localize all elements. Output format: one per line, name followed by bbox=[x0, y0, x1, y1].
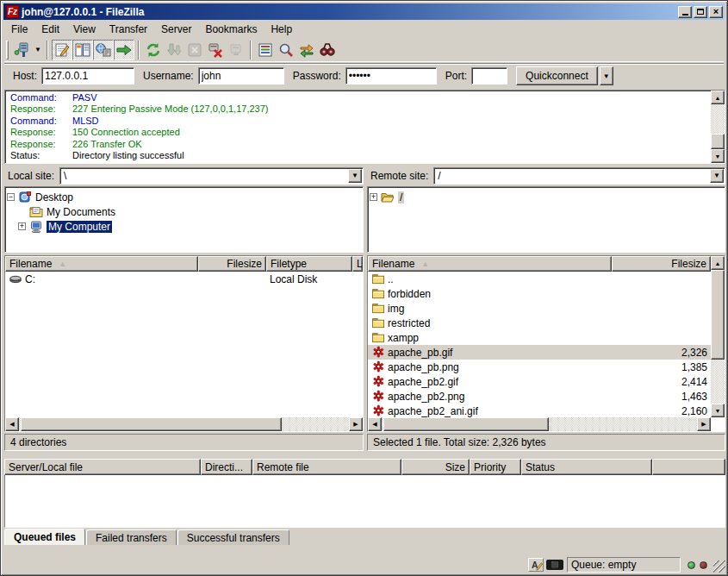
column-filename[interactable]: Filename▲ bbox=[368, 256, 612, 272]
toggle-queue-button[interactable] bbox=[114, 40, 134, 60]
log-entry: Command:PASV bbox=[10, 92, 711, 103]
tab-successful-transfers[interactable]: Successful transfers bbox=[177, 529, 289, 545]
scroll-right-button[interactable]: ▶ bbox=[697, 417, 711, 431]
remote-file-row[interactable]: xampp bbox=[368, 330, 711, 345]
remote-site-dropdown[interactable]: ▼ bbox=[710, 169, 724, 183]
speedlimit-indicator-icon[interactable]: ⬛ bbox=[546, 560, 563, 570]
tab-queued-files[interactable]: Queued files bbox=[4, 529, 85, 545]
site-manager-dropdown[interactable]: ▼ bbox=[33, 40, 43, 60]
tree-item-desktop[interactable]: − Desktop bbox=[7, 190, 361, 204]
quickconnect-button[interactable]: Quickconnect bbox=[516, 66, 598, 85]
directory-comparison-button[interactable] bbox=[276, 40, 296, 60]
toolbar-grip[interactable] bbox=[6, 41, 9, 59]
remote-file-row[interactable]: apache_pb2_ani.gif2,160 bbox=[368, 404, 711, 417]
remote-file-row[interactable]: .. bbox=[368, 272, 711, 286]
remote-list-body[interactable]: .. forbidden img restricted xampp apache… bbox=[368, 272, 711, 417]
disconnect-button[interactable] bbox=[205, 40, 226, 60]
log-vertical-scrollbar[interactable]: ▲ ▼ bbox=[711, 91, 725, 163]
tab-failed-transfers[interactable]: Failed transfers bbox=[86, 529, 177, 545]
remote-file-row[interactable]: apache_pb.png1,385 bbox=[368, 360, 711, 374]
synchronized-browsing-button[interactable] bbox=[296, 40, 317, 60]
scroll-down-button[interactable]: ▼ bbox=[711, 404, 725, 417]
tree-item-my-computer[interactable]: + My Computer bbox=[7, 219, 361, 234]
sync-arrows-icon bbox=[298, 41, 315, 59]
remote-file-row-selected[interactable]: apache_pb.gif2,326 bbox=[368, 345, 711, 360]
remote-file-row[interactable]: restricted bbox=[368, 316, 711, 330]
remote-file-row[interactable]: apache_pb2.gif2,414 bbox=[368, 374, 711, 389]
column-lastmodified[interactable]: L bbox=[352, 256, 363, 272]
maximize-button[interactable] bbox=[694, 6, 707, 18]
close-button[interactable]: × bbox=[709, 6, 723, 18]
remote-vertical-scrollbar[interactable]: ▲ ▼ bbox=[711, 256, 725, 417]
scroll-left-button[interactable]: ◀ bbox=[5, 417, 19, 431]
toggle-message-log-button[interactable] bbox=[52, 40, 72, 60]
local-site-combobox[interactable]: \ ▼ bbox=[59, 167, 364, 185]
column-remote-file[interactable]: Remote file bbox=[252, 459, 401, 475]
site-manager-button[interactable] bbox=[12, 40, 33, 60]
port-input[interactable] bbox=[471, 67, 507, 85]
scroll-right-button[interactable]: ▶ bbox=[349, 417, 363, 431]
column-server-local-file[interactable]: Server/Local file bbox=[4, 459, 201, 475]
quickconnect-dropdown[interactable]: ▼ bbox=[600, 66, 613, 85]
remote-file-row[interactable]: apache_pb2.png1,463 bbox=[368, 389, 711, 404]
menu-edit[interactable]: Edit bbox=[34, 22, 66, 36]
menu-help[interactable]: Help bbox=[264, 22, 299, 36]
scroll-up-button[interactable]: ▲ bbox=[711, 256, 725, 270]
local-site-bar: Local site: \ ▼ bbox=[4, 166, 364, 185]
menu-transfer[interactable]: Transfer bbox=[103, 22, 154, 36]
column-filesize[interactable]: Filesize bbox=[612, 256, 711, 272]
refresh-button[interactable] bbox=[143, 40, 164, 60]
username-input[interactable] bbox=[198, 67, 284, 85]
find-files-button[interactable] bbox=[317, 40, 338, 60]
column-priority[interactable]: Priority bbox=[470, 459, 521, 475]
scroll-up-button[interactable]: ▲ bbox=[711, 91, 725, 104]
collapse-expander[interactable]: − bbox=[7, 193, 15, 201]
scroll-thumb[interactable] bbox=[711, 134, 725, 149]
remote-tree: + / bbox=[367, 186, 725, 253]
scroll-thumb[interactable] bbox=[21, 417, 282, 431]
menu-view[interactable]: View bbox=[66, 22, 103, 36]
triangle-right-icon: ▶ bbox=[353, 421, 358, 428]
minimize-button[interactable] bbox=[678, 6, 692, 18]
local-site-label: Local site: bbox=[4, 170, 59, 182]
toggle-remote-tree-button[interactable] bbox=[93, 40, 114, 60]
column-filesize[interactable]: Filesize bbox=[198, 256, 266, 272]
recv-activity-led bbox=[688, 561, 695, 569]
password-input[interactable] bbox=[345, 67, 437, 85]
folder-icon bbox=[371, 331, 385, 344]
expand-expander[interactable]: + bbox=[370, 193, 377, 201]
scroll-track bbox=[711, 360, 725, 404]
scroll-left-button[interactable]: ◀ bbox=[368, 417, 382, 431]
column-filename[interactable]: Filename▲ bbox=[5, 256, 198, 272]
filter-icon bbox=[257, 41, 274, 59]
maximize-icon bbox=[697, 9, 704, 15]
title-bar[interactable]: Fz john@127.0.0.1 - FileZilla × bbox=[3, 3, 725, 20]
local-site-dropdown[interactable]: ▼ bbox=[348, 169, 362, 183]
transfer-type-indicator-icon[interactable] bbox=[528, 558, 544, 572]
column-filetype[interactable]: Filetype bbox=[266, 256, 352, 272]
directory-filters-button[interactable] bbox=[255, 40, 276, 60]
menu-server[interactable]: Server bbox=[154, 22, 198, 36]
queue-body[interactable] bbox=[4, 475, 725, 528]
host-input[interactable] bbox=[41, 67, 134, 85]
scroll-down-button[interactable]: ▼ bbox=[711, 149, 725, 163]
menu-file[interactable]: File bbox=[4, 22, 34, 36]
remote-file-row[interactable]: img bbox=[368, 301, 711, 316]
remote-file-row[interactable]: forbidden bbox=[368, 286, 711, 301]
expand-expander[interactable]: + bbox=[18, 222, 26, 230]
scroll-thumb[interactable] bbox=[383, 417, 549, 431]
local-file-row[interactable]: C: Local Disk bbox=[5, 272, 363, 286]
column-status[interactable]: Status bbox=[521, 459, 652, 475]
remote-site-combobox[interactable]: / ▼ bbox=[433, 167, 725, 185]
local-horizontal-scrollbar[interactable]: ◀ ▶ bbox=[5, 417, 363, 431]
toggle-local-tree-button[interactable] bbox=[72, 40, 93, 60]
tree-item-root[interactable]: + / bbox=[370, 190, 723, 204]
menu-bookmarks[interactable]: Bookmarks bbox=[198, 22, 264, 36]
local-list-body[interactable]: C: Local Disk bbox=[5, 272, 363, 417]
tree-item-my-documents[interactable]: My Documents bbox=[7, 204, 361, 219]
column-size[interactable]: Size bbox=[401, 459, 470, 475]
column-direction[interactable]: Directi... bbox=[201, 459, 252, 475]
scroll-thumb[interactable] bbox=[711, 270, 725, 360]
remote-horizontal-scrollbar[interactable]: ◀ ▶ bbox=[368, 417, 711, 431]
resize-grip[interactable] bbox=[713, 560, 725, 573]
